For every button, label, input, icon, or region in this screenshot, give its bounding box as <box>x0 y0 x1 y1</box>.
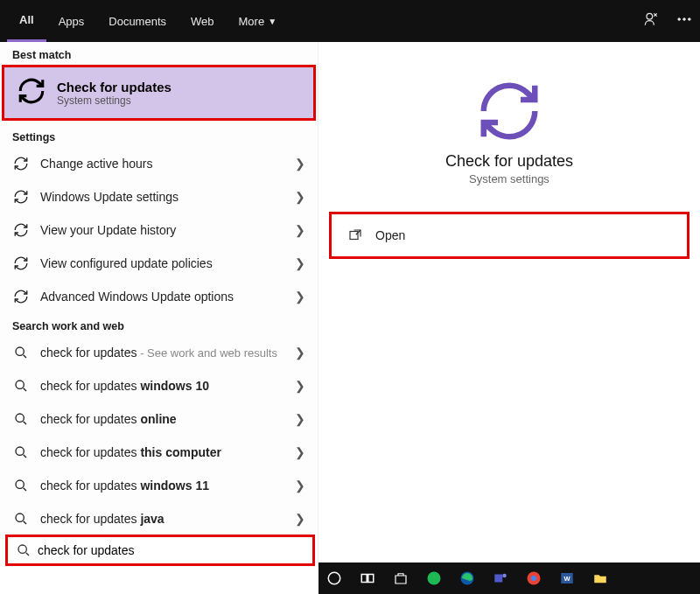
task-view-icon[interactable] <box>357 568 378 589</box>
chevron-right-icon: ❯ <box>295 412 305 426</box>
spotify-icon[interactable] <box>424 568 444 589</box>
search-input-container[interactable] <box>5 535 315 566</box>
search-icon <box>17 543 31 557</box>
section-settings: Settings <box>0 124 318 147</box>
web-suggestion-item[interactable]: check for updates - See work and web res… <box>0 336 318 369</box>
cortana-icon[interactable] <box>324 568 345 589</box>
best-match-title: Check for updates <box>57 80 172 94</box>
svg-point-6 <box>16 414 24 422</box>
svg-point-9 <box>16 514 24 521</box>
search-input[interactable] <box>38 543 304 557</box>
web-suggestion-item[interactable]: check for updates online❯ <box>0 402 318 436</box>
chevron-right-icon: ❯ <box>295 379 305 393</box>
svg-point-2 <box>683 18 686 21</box>
chevron-right-icon: ❯ <box>295 479 305 493</box>
preview-update-icon <box>318 77 700 145</box>
tab-all[interactable]: All <box>7 0 46 42</box>
search-icon <box>12 445 30 459</box>
tab-documents[interactable]: Documents <box>96 0 178 42</box>
refresh-icon <box>12 156 30 171</box>
chevron-right-icon: ❯ <box>295 190 305 204</box>
refresh-icon <box>12 289 30 304</box>
svg-point-7 <box>16 447 24 455</box>
explorer-icon[interactable] <box>590 568 611 589</box>
chevron-right-icon: ❯ <box>295 445 305 459</box>
web-suggestion-item[interactable]: check for updates windows 10❯ <box>0 369 318 402</box>
search-scope-tabs: All Apps Documents Web More▼ <box>0 0 700 42</box>
svg-point-12 <box>328 572 340 584</box>
svg-point-4 <box>16 347 24 355</box>
chevron-right-icon: ❯ <box>295 346 305 360</box>
svg-point-3 <box>689 18 691 21</box>
svg-rect-10 <box>350 232 358 240</box>
search-icon <box>12 512 30 526</box>
svg-point-20 <box>531 576 536 581</box>
svg-point-18 <box>502 574 507 578</box>
svg-point-5 <box>16 381 24 388</box>
settings-item-label: Windows Update settings <box>40 190 178 204</box>
search-icon <box>12 479 30 493</box>
web-suggestion-item[interactable]: check for updates this computer❯ <box>0 436 318 469</box>
refresh-icon <box>12 255 30 271</box>
web-suggestion-label: check for updates online <box>40 412 177 426</box>
web-suggestion-label: check for updates this computer <box>40 445 221 459</box>
teams-icon[interactable] <box>490 568 511 589</box>
search-icon <box>12 412 30 426</box>
svg-rect-13 <box>361 575 367 583</box>
web-suggestion-item[interactable]: check for updates windows 11❯ <box>0 469 318 502</box>
section-best-match: Best match <box>0 42 318 65</box>
chevron-right-icon: ❯ <box>295 512 305 526</box>
web-suggestion-label: check for updates windows 10 <box>40 379 209 393</box>
settings-item[interactable]: View configured update policies❯ <box>0 247 318 280</box>
svg-text:W: W <box>564 575 570 583</box>
svg-rect-14 <box>368 575 374 583</box>
chevron-right-icon: ❯ <box>295 290 305 304</box>
web-suggestion-label: check for updates java <box>40 512 164 526</box>
best-match-item[interactable]: Check for updates System settings <box>2 65 316 121</box>
settings-item[interactable]: Advanced Windows Update options❯ <box>0 280 318 313</box>
word-icon[interactable]: W <box>556 568 578 589</box>
settings-item[interactable]: Windows Update settings❯ <box>0 180 318 213</box>
search-icon <box>12 346 30 360</box>
chevron-right-icon: ❯ <box>295 223 305 237</box>
taskbar: W <box>318 563 700 594</box>
tab-more[interactable]: More▼ <box>227 0 290 42</box>
svg-point-11 <box>18 545 26 553</box>
tab-apps[interactable]: Apps <box>46 0 97 42</box>
preview-subtitle: System settings <box>318 172 700 185</box>
open-button[interactable]: Open <box>329 212 690 259</box>
web-suggestion-label: check for updates - See work and web res… <box>40 346 277 360</box>
store-icon[interactable] <box>390 568 411 589</box>
tab-web[interactable]: Web <box>178 0 227 42</box>
search-icon <box>12 379 30 393</box>
chevron-right-icon: ❯ <box>295 157 305 171</box>
refresh-icon <box>12 189 30 205</box>
settings-item[interactable]: View your Update history❯ <box>0 213 318 247</box>
svg-point-1 <box>678 18 681 21</box>
result-preview-pane: Check for updates System settings Open <box>318 42 700 567</box>
settings-item[interactable]: Change active hours❯ <box>0 147 318 180</box>
svg-point-0 <box>647 13 653 19</box>
settings-item-label: View your Update history <box>40 223 176 237</box>
refresh-icon <box>12 222 30 238</box>
best-match-subtitle: System settings <box>57 94 172 107</box>
web-suggestion-label: check for updates windows 11 <box>40 479 209 493</box>
settings-item-label: View configured update policies <box>40 256 213 270</box>
svg-rect-17 <box>494 575 502 583</box>
more-icon[interactable] <box>676 10 693 31</box>
svg-point-15 <box>428 572 441 585</box>
chrome-icon[interactable] <box>523 568 544 589</box>
settings-item-label: Advanced Windows Update options <box>40 290 234 304</box>
settings-item-label: Change active hours <box>40 157 152 171</box>
preview-title: Check for updates <box>318 152 700 171</box>
update-icon <box>17 76 46 109</box>
open-label: Open <box>375 228 405 242</box>
section-web: Search work and web <box>0 313 318 336</box>
svg-point-8 <box>16 480 24 488</box>
chevron-right-icon: ❯ <box>295 256 305 270</box>
edge-icon[interactable] <box>457 568 478 589</box>
feedback-icon[interactable] <box>642 10 660 31</box>
search-results-list: Best match Check for updates System sett… <box>0 42 318 567</box>
